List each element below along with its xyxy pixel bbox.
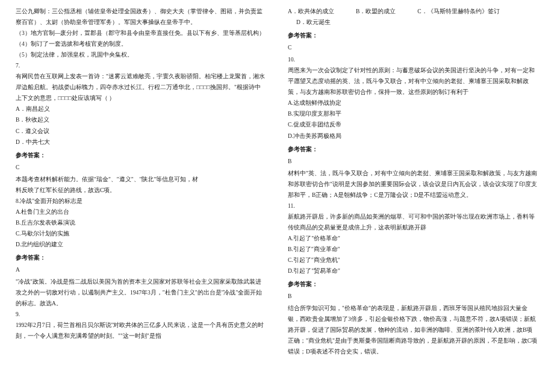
explanation-7-line2: 料反映了红军长征的路线，故选C项。 (16, 185, 266, 196)
left-column: 三公九卿制：三公指丞相（辅佐皇帝处理全国政务）、御史大夫（掌管律令、图籍，并负责… (0, 0, 277, 392)
paragraph: （5）制定法律，加强皇权，巩固中央集权。 (16, 49, 266, 60)
answer-heading-7: 参考答案： (16, 150, 266, 161)
question-stem-7: 有网民曾在互联网上发表一首诗："迷雾云遮难敞亮，宇寰久夜盼骄阳。柏宅楼上龙聚首，… (16, 71, 266, 104)
paragraph: （3）地方官制—废分封，置郡县（郡守和县令由皇帝直接任免。县以下有乡、里等基层机… (16, 28, 266, 39)
option-8d: D.北约组织的建立 (16, 239, 266, 250)
right-column: A．欧共体的成立 B．欧盟的成立 C．《马斯特里赫特条约》签订 D．欧元诞生 参… (277, 0, 554, 392)
option-7b: B．秋收起义 (16, 114, 266, 125)
explanation-10: 材料中"英、法，既斗争又联合，对有中立倾向的老挝、柬埔寨王国采取和解政策，与友方… (288, 168, 538, 201)
option-8b: B.丘吉尔发表铁幕演说 (16, 217, 266, 228)
explanation-11: 结合所学知识可知，"价格革命"的表现是，新航路开辟后，西班牙等国从殖民地掠回大量… (288, 303, 538, 357)
answer-value-11: B (288, 291, 538, 302)
option-8a: A.杜鲁门主义的出台 (16, 207, 266, 217)
answer-value-8: A (16, 264, 266, 275)
answer-value-9: C (288, 42, 538, 53)
option-10d: D.冲击美苏两极格局 (288, 131, 538, 142)
option-8c: C.马歇尔计划的实施 (16, 228, 266, 239)
question-number-11: 11. (288, 201, 538, 211)
question-stem-11: 新航路开辟后，许多新的商品如美洲的烟草、可可和中国的茶叶等出现在欧洲市场上，香料… (288, 211, 538, 233)
option-7d: D．中共七大 (16, 137, 266, 148)
answer-value-10: B (288, 156, 538, 167)
explanation-7-line1: 本题考查材料解析能力。依据"瑞金"、"遵义"、"陕北"等信息可知，材 (16, 174, 266, 185)
option-11b: B.引起了"商业革命" (288, 244, 538, 255)
paragraph: （4）制订了一套选拔和考核官吏的制度。 (16, 39, 266, 49)
page: 三公九卿制：三公指丞相（辅佐皇帝处理全国政务）、御史大夫（掌管律令、图籍，并负责… (0, 0, 554, 392)
question-stem-9: 1992年2月7日，荷兰首相吕贝尔斯说"对欧共体的三亿多人民来说，这是一个具有历… (16, 320, 266, 341)
answer-heading-9: 参考答案： (288, 30, 538, 41)
option-9b: B．欧盟的成立 (356, 6, 396, 17)
option-10c: C.促成亚非团结反帝 (288, 119, 538, 130)
option-7a: A．南昌起义 (16, 104, 266, 114)
question-number-9: 9. (16, 309, 266, 320)
option-9a: A．欧共体的成立 (288, 6, 334, 17)
option-10a: A.达成朝鲜停战协定 (288, 98, 538, 108)
option-11a: A.引起了"价格革命" (288, 233, 538, 244)
option-11c: C.引起了"商业危机" (288, 255, 538, 266)
option-7c: C．遵义会议 (16, 126, 266, 137)
option-row-9: A．欧共体的成立 B．欧盟的成立 C．《马斯特里赫特条约》签订 (288, 6, 538, 17)
explanation-8: "冷战"政策。冷战是指二战后以美国为首的资本主义国家对苏联等社会主义国家采取除武… (16, 276, 266, 309)
question-number-10: 10. (288, 54, 538, 65)
option-11d: D.引起了"贸易革命" (288, 266, 538, 276)
question-stem-10: 周恩来为一次会议制定了针对性的原则：与蓄意破坏会议的美国进行坚决的斗争，对有一定… (288, 65, 538, 98)
option-9d: D．欧元诞生 (288, 17, 538, 28)
answer-heading-10: 参考答案： (288, 144, 538, 155)
answer-value-7: C (16, 162, 266, 173)
option-9c: C．《马斯特里赫特条约》签订 (417, 6, 499, 17)
option-10b: B.实现印度支那和平 (288, 108, 538, 119)
paragraph: 三公九卿制：三公指丞相（辅佐皇帝处理全国政务）、御史大夫（掌管律令、图籍，并负责… (16, 6, 266, 28)
question-number-7: 7. (16, 60, 266, 71)
answer-heading-11: 参考答案： (288, 279, 538, 290)
question-stem-8: 8.冷战"全面开始的标志是 (16, 196, 266, 207)
answer-heading-8: 参考答案： (16, 252, 266, 263)
